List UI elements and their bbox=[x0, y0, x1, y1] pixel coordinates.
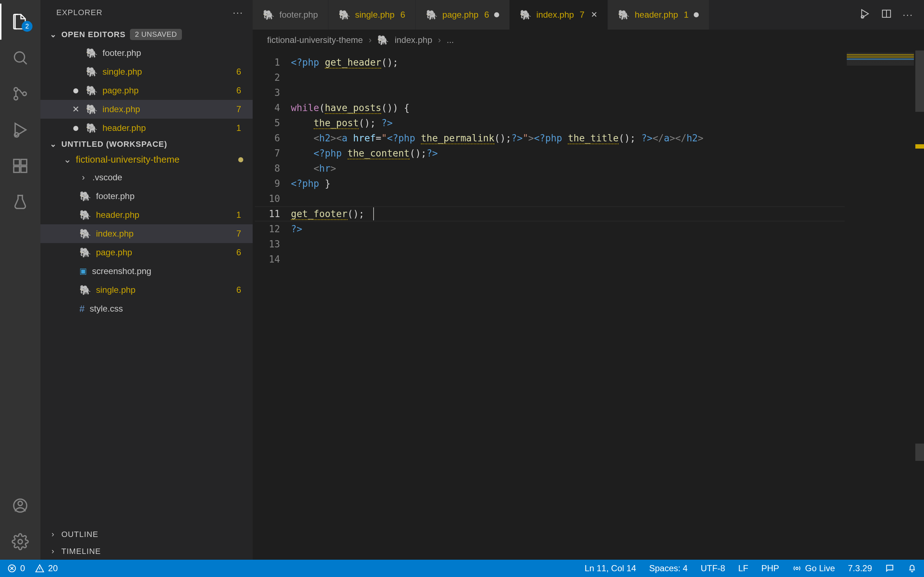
editor-tab[interactable]: 🐘header.php1 bbox=[608, 0, 709, 29]
editor-tab[interactable]: 🐘page.php6 bbox=[416, 0, 510, 29]
run-icon[interactable] bbox=[859, 8, 870, 21]
breadcrumb-file[interactable]: index.php bbox=[394, 35, 432, 45]
status-eol[interactable]: LF bbox=[738, 563, 748, 574]
dirty-dot-icon bbox=[73, 126, 78, 131]
open-editor-item[interactable]: 🐘single.php6 bbox=[40, 62, 253, 81]
split-editor-icon[interactable] bbox=[881, 8, 892, 21]
open-editors-header[interactable]: ⌄ OPEN EDITORS 2 UNSAVED bbox=[40, 25, 253, 44]
editor-tab[interactable]: 🐘footer.php bbox=[253, 0, 328, 29]
file-name: footer.php bbox=[96, 191, 135, 201]
chevron-down-icon: ⌄ bbox=[63, 154, 71, 165]
open-editor-item[interactable]: ✕🐘index.php7 bbox=[40, 100, 253, 119]
problems-badge: 7 bbox=[236, 229, 243, 239]
activity-explorer[interactable]: 2 bbox=[0, 3, 40, 40]
sidebar-more-icon[interactable]: ··· bbox=[233, 7, 243, 18]
chevron-right-icon: › bbox=[368, 35, 372, 45]
file-name: .vscode bbox=[92, 172, 122, 182]
activity-search[interactable] bbox=[0, 40, 40, 76]
file-name: page.php bbox=[96, 247, 132, 258]
activity-test[interactable] bbox=[0, 184, 40, 220]
code-line[interactable]: the_post(); ?> bbox=[291, 115, 845, 131]
code-line[interactable] bbox=[291, 252, 845, 267]
activity-scm[interactable] bbox=[0, 76, 40, 112]
status-feedback-icon[interactable] bbox=[885, 564, 894, 573]
code-line[interactable] bbox=[291, 85, 845, 100]
code-line[interactable]: <h2><a href="<?php the_permalink();?>"><… bbox=[291, 131, 845, 146]
activity-account[interactable] bbox=[0, 488, 40, 524]
code-line[interactable] bbox=[291, 70, 845, 85]
status-bell-icon[interactable] bbox=[908, 564, 917, 573]
editor-tabs: 🐘footer.php🐘single.php6🐘page.php6🐘index.… bbox=[253, 0, 924, 29]
problems-badge: 6 bbox=[236, 285, 243, 295]
file-name: style.css bbox=[89, 304, 123, 314]
activity-settings[interactable] bbox=[0, 524, 40, 560]
svg-rect-7 bbox=[21, 167, 27, 172]
svg-point-10 bbox=[18, 501, 23, 506]
code-line[interactable]: get_footer(); bbox=[291, 206, 845, 221]
editor-tab[interactable]: 🐘index.php7✕ bbox=[510, 0, 608, 29]
problems-badge: 6 bbox=[400, 10, 405, 20]
file-name: single.php bbox=[96, 285, 135, 295]
php-icon: 🐘 bbox=[86, 86, 97, 95]
status-warnings[interactable]: 20 bbox=[35, 563, 58, 574]
problems-badge: 6 bbox=[236, 67, 243, 77]
status-language[interactable]: PHP bbox=[761, 563, 779, 574]
php-icon: 🐘 bbox=[86, 123, 97, 133]
outline-header[interactable]: › OUTLINE bbox=[40, 526, 253, 543]
timeline-header[interactable]: › TIMELINE bbox=[40, 543, 253, 560]
open-editor-item[interactable]: 🐘footer.php bbox=[40, 44, 253, 62]
file-item[interactable]: 🐘single.php6 bbox=[40, 280, 253, 299]
activity-debug[interactable] bbox=[0, 112, 40, 148]
status-indent[interactable]: Spaces: 4 bbox=[649, 563, 688, 574]
status-position[interactable]: Ln 11, Col 14 bbox=[585, 563, 636, 574]
php-icon: 🐘 bbox=[339, 10, 350, 19]
file-item[interactable]: 🐘index.php7 bbox=[40, 224, 253, 243]
overview-ruler[interactable] bbox=[915, 50, 924, 560]
code-line[interactable]: <?php the_content();?> bbox=[291, 146, 845, 161]
breadcrumbs[interactable]: fictional-university-theme › 🐘 index.php… bbox=[253, 29, 924, 50]
problems-badge: 6 bbox=[236, 85, 243, 95]
file-item[interactable]: 🐘page.php6 bbox=[40, 243, 253, 262]
file-item[interactable]: 🐘footer.php bbox=[40, 187, 253, 206]
status-errors[interactable]: 0 bbox=[7, 563, 25, 574]
code-line[interactable]: <?php get_header(); bbox=[291, 55, 845, 70]
file-item[interactable]: 🐘header.php1 bbox=[40, 206, 253, 224]
file-item[interactable]: #style.css bbox=[40, 299, 253, 318]
code-line[interactable]: ?> bbox=[291, 221, 845, 237]
minimap[interactable] bbox=[845, 50, 915, 560]
workspace-file-list: ›.vscode🐘footer.php🐘header.php1🐘index.ph… bbox=[40, 168, 253, 318]
code-editor[interactable]: 1234567891011121314 <?php get_header(); … bbox=[253, 50, 924, 560]
editor-tab[interactable]: 🐘single.php6 bbox=[328, 0, 416, 29]
close-icon[interactable]: ✕ bbox=[591, 10, 597, 19]
activity-extensions[interactable] bbox=[0, 148, 40, 184]
tab-more-icon[interactable]: ··· bbox=[903, 9, 913, 21]
code-line[interactable]: <?php } bbox=[291, 176, 845, 191]
code-line[interactable]: <hr> bbox=[291, 161, 845, 176]
file-name: footer.php bbox=[102, 48, 141, 58]
open-editors-list: 🐘footer.php🐘single.php6🐘page.php6✕🐘index… bbox=[40, 44, 253, 137]
chevron-right-icon: › bbox=[438, 35, 441, 45]
workspace-header[interactable]: ⌄ UNTITLED (WORKSPACE) bbox=[40, 137, 253, 151]
tab-label: footer.php bbox=[279, 10, 318, 20]
status-golive[interactable]: Go Live bbox=[792, 563, 835, 574]
close-icon[interactable]: ✕ bbox=[71, 104, 81, 114]
code-line[interactable] bbox=[291, 191, 845, 206]
breadcrumb-root[interactable]: fictional-university-theme bbox=[267, 35, 363, 45]
status-encoding[interactable]: UTF-8 bbox=[701, 563, 725, 574]
problems-badge: 1 bbox=[236, 210, 243, 220]
project-folder[interactable]: ⌄ fictional-university-theme bbox=[40, 151, 253, 168]
open-editor-item[interactable]: 🐘header.php1 bbox=[40, 119, 253, 137]
file-item[interactable]: ›.vscode bbox=[40, 168, 253, 187]
breadcrumb-tail[interactable]: ... bbox=[447, 35, 454, 45]
status-phpver[interactable]: 7.3.29 bbox=[848, 563, 872, 574]
svg-rect-8 bbox=[21, 160, 27, 165]
code-line[interactable] bbox=[291, 237, 845, 252]
file-name: header.php bbox=[102, 123, 146, 133]
chevron-right-icon: › bbox=[49, 530, 57, 539]
code-line[interactable]: while(have_posts()) { bbox=[291, 100, 845, 115]
php-icon: 🐘 bbox=[520, 10, 531, 19]
open-editor-item[interactable]: 🐘page.php6 bbox=[40, 81, 253, 100]
svg-rect-6 bbox=[14, 167, 19, 172]
file-item[interactable]: ▣screenshot.png bbox=[40, 262, 253, 280]
code-text[interactable]: <?php get_header(); while(have_posts()) … bbox=[287, 50, 845, 560]
